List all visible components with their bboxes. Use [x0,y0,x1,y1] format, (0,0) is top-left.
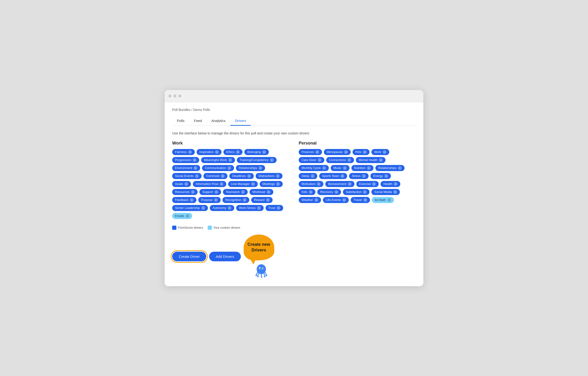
tag-personal[interactable]: Relationships− [375,165,405,171]
tag-work[interactable]: Senior Leadership− [172,205,208,211]
tag-personal[interactable]: Health− [381,181,400,187]
tag-remove-icon[interactable]: − [309,190,313,194]
tag-remove-icon[interactable]: − [398,166,402,170]
tag-work[interactable]: Goals− [172,181,191,187]
tag-remove-icon[interactable]: − [363,150,367,154]
tag-work[interactable]: Work Stress− [236,205,264,211]
tag-remove-icon[interactable]: − [191,190,195,194]
tag-remove-icon[interactable]: − [314,198,318,202]
tag-remove-icon[interactable]: − [243,198,246,202]
tag-remove-icon[interactable]: − [315,150,319,154]
tag-remove-icon[interactable]: − [184,182,188,186]
tag-remove-icon[interactable]: − [363,190,367,194]
tag-personal[interactable]: Sports Team− [319,173,347,179]
tag-remove-icon[interactable]: − [247,174,251,178]
tag-remove-icon[interactable]: − [241,190,245,194]
tag-work[interactable]: Reward− [251,197,273,203]
tag-personal[interactable]: Connections− [326,157,354,163]
tag-remove-icon[interactable]: − [342,198,346,202]
tag-work[interactable]: Trust− [266,205,283,211]
tag-personal[interactable]: Social Media− [371,189,400,195]
tag-remove-icon[interactable]: − [383,150,386,154]
tag-work[interactable]: Progression− [172,157,199,163]
tag-remove-icon[interactable]: − [257,206,261,210]
tag-personal[interactable]: Travel− [351,197,370,203]
tag-remove-icon[interactable]: − [363,198,367,202]
tag-remove-icon[interactable]: − [215,150,219,154]
tab-analytics[interactable]: Analytics [207,116,230,126]
tag-remove-icon[interactable]: − [267,190,270,194]
tag-personal[interactable]: Satisfaction− [343,189,370,195]
tag-personal[interactable]: Monthly Cycle− [299,165,329,171]
tag-remove-icon[interactable]: − [367,166,371,170]
tag-personal[interactable]: Care Giver− [299,157,324,163]
tag-remove-icon[interactable]: − [201,206,205,210]
tag-work[interactable]: Workload− [250,189,273,195]
tag-personal[interactable]: Work− [371,149,389,155]
tag-personal[interactable]: Finances− [299,149,322,155]
tag-remove-icon[interactable]: − [214,190,218,194]
tag-remove-icon[interactable]: − [214,198,218,202]
tag-remove-icon[interactable]: − [384,174,388,178]
tab-drivers[interactable]: Drivers [230,116,251,126]
tag-work[interactable]: Meetings− [260,181,283,187]
tag-remove-icon[interactable]: − [190,198,193,202]
tag-remove-icon[interactable]: − [270,158,274,162]
tag-remove-icon[interactable]: − [228,158,232,162]
tag-personal-custom[interactable]: Ice Bath− [372,197,394,203]
tag-remove-icon[interactable]: − [347,158,351,162]
tag-remove-icon[interactable]: − [394,182,397,186]
tag-remove-icon[interactable]: − [266,198,270,202]
tag-remove-icon[interactable]: − [258,166,262,170]
tag-remove-icon[interactable]: − [343,166,347,170]
tag-remove-icon[interactable]: − [195,174,199,178]
tag-remove-icon[interactable]: − [262,150,266,154]
tag-work[interactable]: Feedback− [172,197,196,203]
tag-work[interactable]: Social Events− [172,173,202,179]
tag-personal[interactable]: Life Events− [323,197,349,203]
tag-work[interactable]: Purpose− [198,197,220,203]
tag-work[interactable]: Support− [199,189,221,195]
traffic-minimize[interactable] [173,94,176,97]
tag-remove-icon[interactable]: − [387,198,391,202]
tag-remove-icon[interactable]: − [251,182,255,186]
tag-remove-icon[interactable]: − [341,174,344,178]
tag-work[interactable]: Recognition− [223,197,250,203]
tag-remove-icon[interactable]: − [318,158,321,162]
tag-remove-icon[interactable]: − [277,206,280,210]
tag-work[interactable]: Resources− [172,189,198,195]
tag-work[interactable]: Communication− [202,165,234,171]
tag-remove-icon[interactable]: − [276,182,280,186]
tag-remove-icon[interactable]: − [236,150,240,154]
tag-remove-icon[interactable]: − [334,190,338,194]
tag-remove-icon[interactable]: − [317,182,321,186]
tag-personal[interactable]: Weather− [299,197,321,203]
tag-remove-icon[interactable]: − [379,158,383,162]
tag-personal[interactable]: Nutrition− [351,165,374,171]
tag-remove-icon[interactable]: − [186,214,189,218]
tag-work[interactable]: Line Manager− [228,181,258,187]
tag-remove-icon[interactable]: − [193,166,197,170]
tag-remove-icon[interactable]: − [322,166,326,170]
tag-remove-icon[interactable]: − [188,150,192,154]
tag-remove-icon[interactable]: − [221,174,225,178]
tag-remove-icon[interactable]: − [228,206,231,210]
tag-remove-icon[interactable]: − [276,174,280,178]
tag-work[interactable]: Meaningful Work− [201,157,235,163]
tag-work[interactable]: Distractions− [256,173,282,179]
tag-work[interactable]: Inspiration− [197,149,222,155]
tag-remove-icon[interactable]: − [344,150,348,154]
tag-personal[interactable]: Sleep− [299,173,317,179]
tag-personal[interactable]: Mental Health− [356,157,385,163]
tag-work[interactable]: Environment− [172,165,200,171]
tag-remove-icon[interactable]: − [220,182,224,186]
tag-personal[interactable]: Kids− [299,189,315,195]
tag-work[interactable]: Autonomy− [210,205,235,211]
tag-work[interactable]: Training/Competency− [237,157,277,163]
tag-work[interactable]: Fairness− [172,149,195,155]
tag-remove-icon[interactable]: − [362,174,366,178]
tag-remove-icon[interactable]: − [227,166,231,170]
tab-polls[interactable]: Polls [172,116,189,126]
add-drivers-button[interactable]: Add Drivers [209,252,241,261]
tag-personal[interactable]: Exercise− [356,181,379,187]
